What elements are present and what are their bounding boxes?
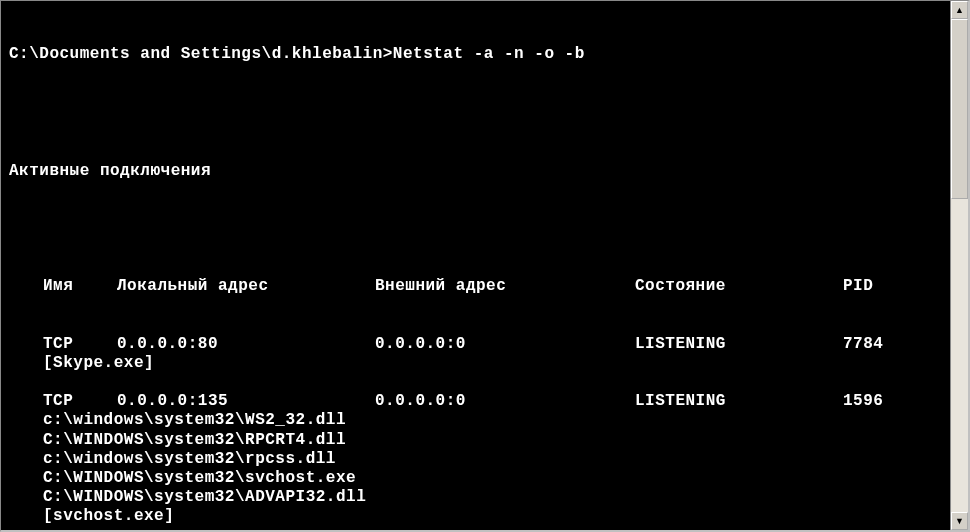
scrollbar-up-button[interactable]: ▲ [951, 1, 968, 19]
header-proto: Имя [43, 277, 117, 296]
process-detail-line: C:\WINDOWS\system32\ADVAPI32.dll [9, 488, 942, 507]
header-pid: PID [843, 277, 873, 296]
process-path: [svchost.exe] [43, 507, 174, 526]
process-detail-line: c:\windows\system32\rpcss.dll [9, 450, 942, 469]
cell-local-address: 0.0.0.0:135 [117, 392, 375, 411]
process-path: [Skype.exe] [43, 354, 154, 373]
process-path: C:\WINDOWS\system32\RPCRT4.dll [43, 431, 346, 450]
cell-pid: 7784 [843, 335, 883, 354]
blank-line [9, 527, 942, 531]
section-title: Активные подключения [9, 162, 942, 181]
cell-local-address: 0.0.0.0:80 [117, 335, 375, 354]
process-detail-line: C:\WINDOWS\system32\svchost.exe [9, 469, 942, 488]
process-detail-line: C:\WINDOWS\system32\RPCRT4.dll [9, 431, 942, 450]
process-detail-line: [svchost.exe] [9, 507, 942, 526]
scrollbar-track[interactable] [951, 19, 968, 512]
header-foreign-address: Внешний адрес [375, 277, 635, 296]
command-prompt-line: C:\Documents and Settings\d.khlebalin>Ne… [9, 45, 942, 64]
connection-row: TCP0.0.0.0:1350.0.0.0:0LISTENING1596 [9, 392, 942, 411]
header-state: Состояние [635, 277, 843, 296]
process-detail-line: [Skype.exe] [9, 354, 942, 373]
cell-proto: TCP [43, 392, 117, 411]
process-path: C:\WINDOWS\system32\ADVAPI32.dll [43, 488, 366, 507]
process-path: c:\windows\system32\rpcss.dll [43, 450, 336, 469]
cell-state: LISTENING [635, 335, 843, 354]
table-header-row: Имя Локальный адрес Внешний адрес Состоя… [9, 277, 942, 296]
connection-row: TCP0.0.0.0:800.0.0.0:0LISTENING7784 [9, 335, 942, 354]
cell-foreign-address: 0.0.0.0:0 [375, 392, 635, 411]
blank-line [9, 105, 942, 124]
scrollbar-down-button[interactable]: ▼ [951, 512, 968, 530]
command-prompt-window: C:\Documents and Settings\d.khlebalin>Ne… [0, 0, 970, 532]
cell-pid: 1596 [843, 392, 883, 411]
vertical-scrollbar[interactable]: ▲ ▼ [950, 1, 968, 530]
header-local-address: Локальный адрес [117, 277, 375, 296]
scrollbar-thumb[interactable] [951, 19, 968, 199]
cell-foreign-address: 0.0.0.0:0 [375, 335, 635, 354]
process-path: c:\windows\system32\WS2_32.dll [43, 411, 346, 430]
cell-proto: TCP [43, 335, 117, 354]
blank-line [9, 373, 942, 392]
process-detail-line: c:\windows\system32\WS2_32.dll [9, 411, 942, 430]
cell-state: LISTENING [635, 392, 843, 411]
terminal-output: C:\Documents and Settings\d.khlebalin>Ne… [1, 1, 950, 530]
blank-line [9, 220, 942, 239]
connections-list: TCP0.0.0.0:800.0.0.0:0LISTENING7784[Skyp… [9, 335, 942, 530]
process-path: C:\WINDOWS\system32\svchost.exe [43, 469, 356, 488]
